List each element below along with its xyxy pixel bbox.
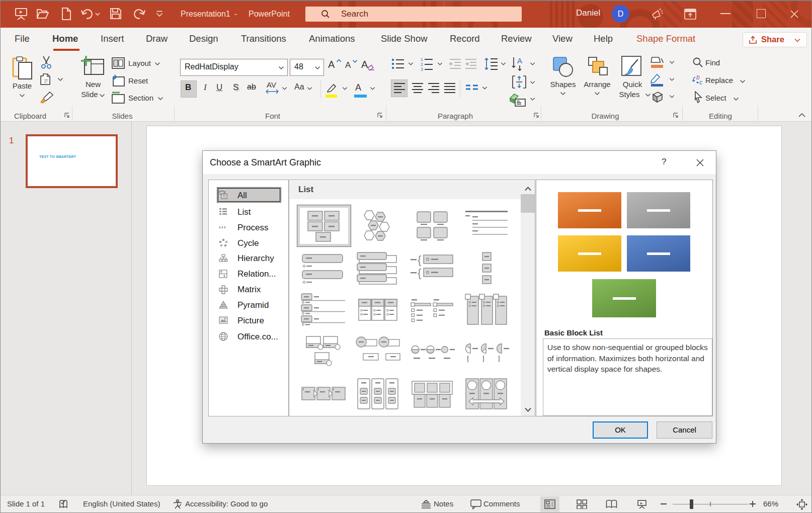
svg-text:c: c: [699, 79, 702, 86]
svg-text:{: {: [418, 267, 421, 279]
svg-text:A: A: [517, 56, 522, 65]
svg-text:1: 1: [421, 57, 423, 62]
svg-text:{: {: [418, 253, 421, 266]
svg-text:3: 3: [421, 67, 423, 71]
svg-text:2: 2: [421, 62, 423, 67]
